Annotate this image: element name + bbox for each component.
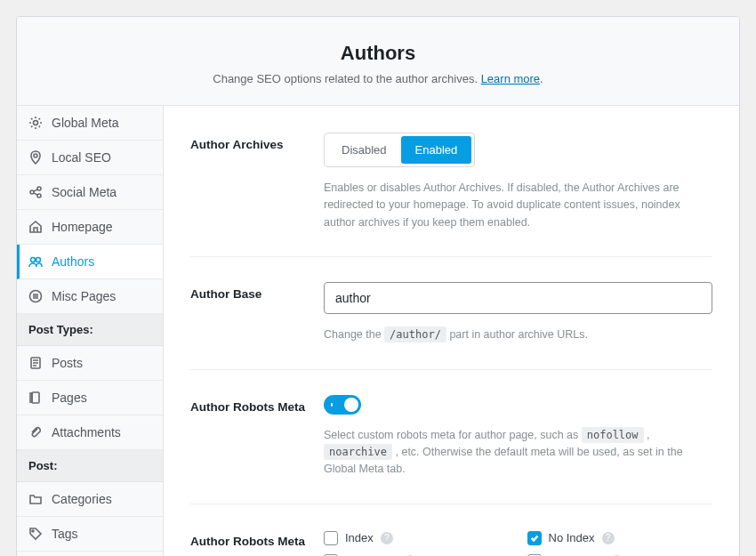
sidebar-item-authors[interactable]: Authors <box>17 245 163 279</box>
label-author-archives: Author Archives <box>190 133 324 231</box>
panel-header: Authors Change SEO options related to th… <box>17 17 739 106</box>
settings-panel: Authors Change SEO options related to th… <box>16 16 740 556</box>
sidebar-item-label: Categories <box>52 492 112 506</box>
content-area: Author Archives Disabled Enabled Enables… <box>164 106 739 556</box>
checkbox-row-noindex: No Index? <box>527 531 713 545</box>
help-icon[interactable]: ? <box>602 532 615 544</box>
robots-meta-toggle[interactable] <box>324 395 361 415</box>
svg-point-4 <box>37 194 41 197</box>
sidebar-item-misc-pages[interactable]: Misc Pages <box>17 279 163 314</box>
archives-help: Enables or disables Author Archives. If … <box>324 180 712 231</box>
svg-point-1 <box>34 154 37 157</box>
sidebar-item-global-meta[interactable]: Global Meta <box>17 106 163 141</box>
sidebar-item-pages[interactable]: Pages <box>17 381 163 415</box>
checkbox-label: Index <box>345 531 374 544</box>
learn-more-link[interactable]: Learn more <box>481 72 540 85</box>
sidebar-item-local-seo[interactable]: Local SEO <box>17 141 163 175</box>
sidebar-item-label: Local SEO <box>52 150 111 165</box>
share-icon <box>28 185 43 199</box>
row-author-base: Author Base Change the /author/ part in … <box>190 282 712 369</box>
list-icon <box>28 289 43 303</box>
svg-rect-10 <box>30 393 32 402</box>
svg-point-11 <box>32 530 34 532</box>
page-subtitle: Change SEO options related to the author… <box>35 72 721 85</box>
home-icon <box>28 220 43 234</box>
sidebar-item-label: Global Meta <box>52 116 118 130</box>
sidebar-item-posts[interactable]: Posts <box>17 346 163 381</box>
label-robots-toggle: Author Robots Meta <box>190 395 324 479</box>
label-robots-meta: Author Robots Meta <box>190 529 324 556</box>
sidebar-item-label: Tags <box>52 527 78 541</box>
svg-rect-9 <box>32 392 39 403</box>
sidebar-item-tags[interactable]: Tags <box>17 517 163 552</box>
checkbox-noindex[interactable] <box>527 531 542 545</box>
pin-icon <box>28 150 43 165</box>
sidebar-item-label: Social Meta <box>52 185 117 199</box>
archives-disabled-button[interactable]: Disabled <box>327 136 401 164</box>
sidebar: Global MetaLocal SEOSocial MetaHomepageA… <box>17 106 164 556</box>
post-icon <box>28 356 43 370</box>
users-icon <box>28 254 43 269</box>
sidebar-item-label: Posts <box>52 356 83 370</box>
checkbox-row-index: Index? <box>324 531 510 545</box>
archives-enabled-button[interactable]: Enabled <box>401 136 472 164</box>
clip-icon <box>28 425 43 439</box>
row-robots-meta: Author Robots Meta Index?No Index?No Fol… <box>190 529 712 556</box>
sidebar-item-label: Pages <box>52 391 87 405</box>
svg-point-5 <box>31 258 36 262</box>
robots-meta-grid: Index?No Index?No Follow?No Archive?No I… <box>324 531 712 556</box>
checkbox-label: No Index <box>549 531 595 544</box>
page-title: Authors <box>35 42 721 65</box>
sidebar-item-attachments[interactable]: Attachments <box>17 415 163 450</box>
checkbox-index[interactable] <box>324 531 338 545</box>
sidebar-group-post-types: Post Types: <box>17 314 163 346</box>
row-robots-toggle: Author Robots Meta Select custom robots … <box>190 395 712 504</box>
author-base-help: Change the /author/ part in author archi… <box>324 326 712 343</box>
sidebar-item-label: Homepage <box>52 220 113 234</box>
author-base-input[interactable] <box>324 282 712 314</box>
sidebar-item-label: Attachments <box>52 425 121 439</box>
page-icon <box>28 391 43 405</box>
gear-icon <box>28 116 43 130</box>
sidebar-item-label: Authors <box>52 254 94 269</box>
robots-toggle-help: Select custom robots meta for author pag… <box>324 427 712 479</box>
label-author-base: Author Base <box>190 282 324 343</box>
panel-body: Global MetaLocal SEOSocial MetaHomepageA… <box>17 106 739 556</box>
svg-point-0 <box>34 121 38 125</box>
sidebar-group-post: Post: <box>17 450 163 482</box>
tag-icon <box>28 527 43 541</box>
help-icon[interactable]: ? <box>381 532 393 544</box>
sidebar-item-homepage[interactable]: Homepage <box>17 210 163 245</box>
sidebar-item-categories[interactable]: Categories <box>17 482 163 517</box>
svg-point-2 <box>30 190 34 194</box>
folder-icon <box>28 492 43 506</box>
row-author-archives: Author Archives Disabled Enabled Enables… <box>190 133 712 257</box>
svg-point-6 <box>36 258 41 262</box>
sidebar-item-label: Misc Pages <box>52 289 116 303</box>
archives-toggle-group: Disabled Enabled <box>324 133 475 167</box>
sidebar-item-social-meta[interactable]: Social Meta <box>17 175 163 210</box>
svg-point-3 <box>37 187 41 190</box>
